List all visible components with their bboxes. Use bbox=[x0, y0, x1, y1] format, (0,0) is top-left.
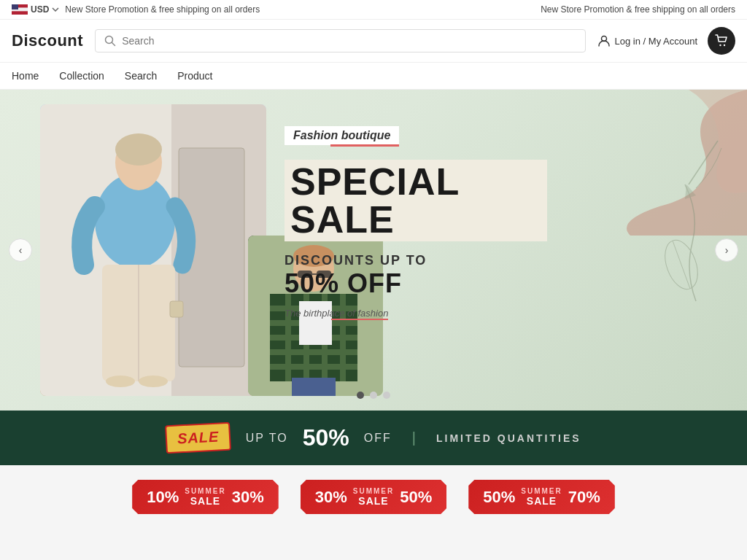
sale-tag: SALE bbox=[165, 422, 231, 454]
nav-search[interactable]: Search bbox=[125, 63, 157, 89]
hero-dot-1[interactable] bbox=[357, 392, 364, 399]
sale-percent: 50% bbox=[303, 424, 349, 451]
badge-item-3[interactable]: 50% SUMMER SALE 70% bbox=[468, 480, 615, 514]
badge-3-summer: SUMMER bbox=[521, 487, 562, 495]
badge-1-right: 30% bbox=[232, 488, 264, 507]
badge-2-sale: SALE bbox=[353, 495, 394, 507]
header: Discount Log in / My Account bbox=[0, 20, 747, 63]
badge-3-left: 50% bbox=[483, 488, 515, 507]
nav-product[interactable]: Product bbox=[177, 63, 212, 89]
badge-3-right: 70% bbox=[568, 488, 600, 507]
hero-tagline: The birthplace of fashion bbox=[285, 308, 388, 319]
hero-percent-off: 50% OFF bbox=[285, 268, 547, 299]
svg-rect-54 bbox=[292, 378, 336, 396]
hero-model-main bbox=[40, 104, 266, 396]
sale-limited: LIMITED QUANTITIES bbox=[436, 432, 581, 444]
announcement-bar: USD New Store Promotion & free shipping … bbox=[0, 0, 747, 20]
deco-lines-right bbox=[681, 133, 725, 195]
svg-point-8 bbox=[719, 44, 721, 46]
hero-dots bbox=[357, 392, 390, 399]
hero-banner: Fashion boutique SPECIAL SALE DISCOUNTS … bbox=[0, 90, 747, 411]
badge-3-sale: SALE bbox=[521, 495, 562, 507]
badges-row: 10% SUMMER SALE 30% 30% SUMMER SALE 50% … bbox=[0, 465, 747, 526]
search-bar[interactable] bbox=[95, 29, 585, 52]
badge-2-left: 30% bbox=[315, 488, 347, 507]
hero-text: Fashion boutique SPECIAL SALE DISCOUNTS … bbox=[285, 126, 547, 319]
sale-suffix: OFF bbox=[364, 432, 392, 445]
hero-heading: SPECIAL SALE bbox=[285, 160, 547, 241]
badge-2-middle: SUMMER SALE bbox=[353, 487, 394, 507]
login-label: Log in / My Account bbox=[615, 36, 697, 47]
badge-item-2[interactable]: 30% SUMMER SALE 50% bbox=[301, 480, 447, 514]
badge-item-1[interactable]: 10% SUMMER SALE 30% bbox=[132, 480, 279, 514]
svg-rect-3 bbox=[12, 11, 28, 15]
badge-1-left: 10% bbox=[147, 488, 179, 507]
announcement-promo-right: New Store Promotion & free shipping on a… bbox=[541, 4, 735, 15]
sale-divider: | bbox=[412, 429, 416, 446]
hero-subheading: DISCOUNTS UP TO bbox=[285, 253, 547, 268]
header-right: Log in / My Account bbox=[597, 27, 735, 55]
badge-1-middle: SUMMER SALE bbox=[185, 487, 225, 507]
badge-1-summer: SUMMER bbox=[185, 487, 225, 495]
badge-1-sale: SALE bbox=[185, 495, 225, 507]
svg-line-6 bbox=[112, 43, 115, 46]
announcement-left: USD New Store Promotion & free shipping … bbox=[12, 4, 260, 15]
hero-next-arrow[interactable]: › bbox=[715, 238, 738, 262]
chevron-down-icon bbox=[52, 7, 59, 12]
sale-prefix: UP TO bbox=[246, 432, 288, 445]
login-link[interactable]: Log in / My Account bbox=[597, 34, 697, 47]
hero-dot-2[interactable] bbox=[370, 392, 377, 399]
badge-2-right: 50% bbox=[400, 488, 432, 507]
cart-icon bbox=[715, 34, 728, 47]
deco-right bbox=[656, 177, 714, 326]
svg-rect-4 bbox=[12, 4, 18, 9]
announcement-promo-left: New Store Promotion & free shipping on a… bbox=[65, 4, 260, 15]
main-nav: Home Collection Search Product bbox=[0, 63, 747, 90]
svg-point-35 bbox=[139, 376, 168, 387]
fashion-boutique-label: Fashion boutique bbox=[285, 126, 399, 145]
svg-rect-36 bbox=[170, 301, 183, 317]
svg-point-9 bbox=[724, 44, 725, 46]
search-icon bbox=[104, 35, 116, 47]
cart-button[interactable] bbox=[708, 27, 735, 55]
svg-point-34 bbox=[106, 376, 135, 387]
svg-line-56 bbox=[673, 241, 690, 289]
nav-home[interactable]: Home bbox=[12, 63, 39, 89]
logo[interactable]: Discount bbox=[12, 31, 83, 50]
search-input[interactable] bbox=[122, 35, 576, 47]
hero-dot-3[interactable] bbox=[383, 392, 390, 399]
hero-prev-arrow[interactable]: ‹ bbox=[9, 238, 32, 262]
flag-icon bbox=[12, 4, 28, 15]
model-figure bbox=[40, 104, 266, 396]
svg-point-31 bbox=[115, 133, 162, 166]
currency-selector[interactable]: USD bbox=[12, 4, 59, 15]
sale-banner: SALE UP TO 50% OFF | LIMITED QUANTITIES bbox=[0, 411, 747, 465]
user-icon bbox=[597, 34, 611, 47]
nav-collection[interactable]: Collection bbox=[59, 63, 104, 89]
badge-2-summer: SUMMER bbox=[353, 487, 394, 495]
badge-3-middle: SUMMER SALE bbox=[521, 487, 562, 507]
